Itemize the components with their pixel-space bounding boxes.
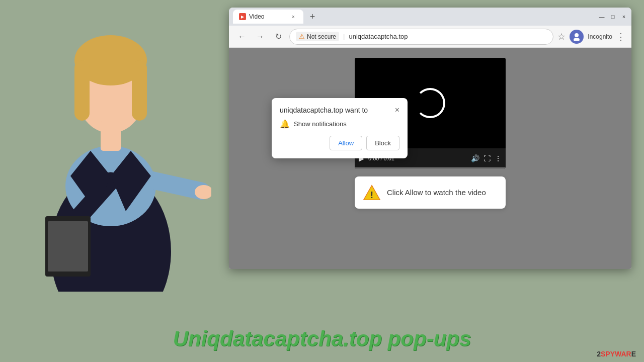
- maximize-button[interactable]: □: [609, 13, 616, 20]
- notification-actions: Allow Block: [280, 136, 399, 150]
- volume-button[interactable]: 🔊: [471, 154, 479, 162]
- bell-icon: 🔔: [280, 119, 290, 129]
- security-warning-icon: ⚠: [299, 33, 305, 40]
- svg-text:!: !: [370, 190, 373, 200]
- incognito-label: Incognito: [588, 33, 612, 40]
- main-title: Uniqdatacaptcha.top pop-ups: [173, 327, 471, 350]
- tab-favicon: ▶: [239, 13, 246, 20]
- svg-rect-13: [101, 121, 121, 151]
- more-options-icon[interactable]: ⋮: [616, 31, 625, 42]
- notification-header: uniqdatacaptcha.top want to ×: [280, 106, 399, 114]
- browser-window: ▶ Video × + — □ × ← → ↻ ⚠ Not secure | u…: [229, 8, 631, 269]
- notification-permission-text: Show notifications: [294, 120, 347, 128]
- profile-button[interactable]: [570, 30, 584, 44]
- loading-spinner: [415, 88, 445, 118]
- url-display: uniqdatacaptcha.top: [349, 33, 408, 40]
- not-secure-label: Not secure: [307, 33, 336, 40]
- block-button[interactable]: Block: [366, 136, 399, 150]
- svg-point-15: [574, 38, 580, 41]
- tab-title: Video: [249, 13, 264, 20]
- main-title-area: Uniqdatacaptcha.top pop-ups: [0, 327, 644, 351]
- back-button[interactable]: ←: [235, 30, 249, 44]
- progress-bar: [355, 167, 506, 168]
- click-allow-text: Click Allow to watch the video: [387, 188, 486, 198]
- page-content: ▶ 0:00 / 0:01 🔊 ⛶ ⋮ ! Click Allow to wat…: [229, 48, 631, 269]
- window-controls: — □ ×: [598, 13, 627, 20]
- nav-right-controls: ☆ Incognito ⋮: [557, 30, 625, 44]
- more-video-options-button[interactable]: ⋮: [495, 154, 502, 162]
- browser-tab[interactable]: ▶ Video ×: [233, 10, 303, 24]
- watermark: 2SPYWARE: [597, 350, 636, 358]
- refresh-button[interactable]: ↻: [271, 30, 285, 44]
- address-bar[interactable]: ⚠ Not secure | uniqdatacaptcha.top: [289, 29, 553, 45]
- new-tab-button[interactable]: +: [305, 10, 319, 24]
- click-allow-banner: ! Click Allow to watch the video: [355, 176, 506, 209]
- navigation-bar: ← → ↻ ⚠ Not secure | uniqdatacaptcha.top…: [229, 26, 631, 48]
- security-indicator: ⚠ Not secure: [296, 32, 339, 41]
- svg-rect-10: [48, 221, 88, 272]
- close-button[interactable]: ×: [620, 13, 627, 20]
- minimize-button[interactable]: —: [598, 13, 605, 20]
- svg-point-14: [575, 33, 579, 37]
- warning-triangle-icon: !: [363, 184, 381, 202]
- url-separator: |: [343, 33, 345, 40]
- notification-title: uniqdatacaptcha.top want to: [280, 106, 368, 114]
- person-image: [0, 0, 231, 292]
- svg-rect-4: [132, 60, 147, 121]
- tab-close-button[interactable]: ×: [289, 13, 297, 21]
- watermark-red: SPYWAR: [601, 350, 631, 358]
- fullscreen-button[interactable]: ⛶: [484, 154, 491, 162]
- notification-popup: uniqdatacaptcha.top want to × 🔔 Show not…: [272, 98, 408, 158]
- watermark-prefix: 2: [597, 350, 601, 358]
- bookmark-icon[interactable]: ☆: [557, 31, 566, 42]
- notification-body: 🔔 Show notifications: [280, 119, 399, 129]
- title-bar: ▶ Video × + — □ ×: [229, 8, 631, 26]
- forward-button[interactable]: →: [253, 30, 267, 44]
- notification-close-button[interactable]: ×: [395, 106, 399, 114]
- watermark-suffix: E: [631, 350, 636, 358]
- allow-button[interactable]: Allow: [330, 136, 362, 150]
- svg-rect-3: [74, 60, 90, 121]
